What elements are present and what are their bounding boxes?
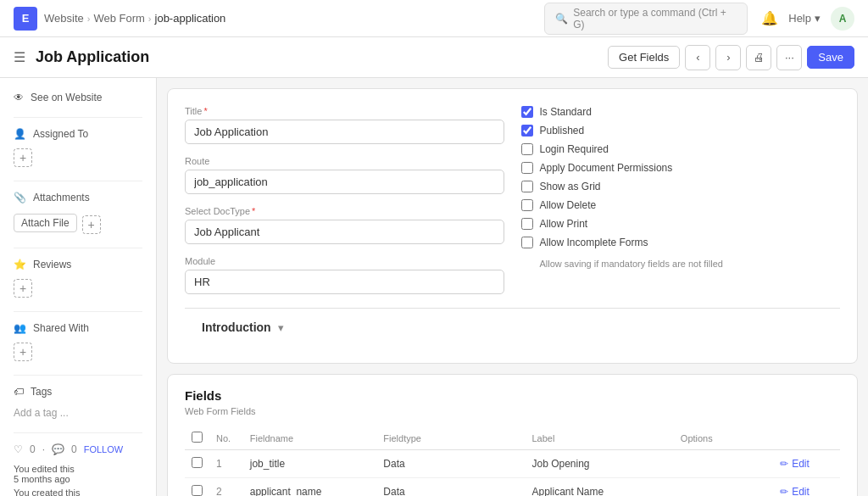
show-as-grid-label: Show as Grid bbox=[540, 181, 601, 192]
login-required-checkbox[interactable] bbox=[521, 143, 533, 155]
add-shared-button[interactable]: + bbox=[14, 343, 32, 361]
col-header-actions bbox=[773, 426, 840, 450]
breadcrumb-website[interactable]: Website bbox=[44, 12, 84, 25]
apply-doc-perms-checkbox[interactable] bbox=[521, 162, 533, 174]
eye-icon: 👁 bbox=[14, 92, 24, 103]
created-meta: You created this 5 years ago bbox=[14, 488, 142, 496]
fields-subtitle: Web Form Fields bbox=[185, 406, 840, 416]
comment-icon[interactable]: 💬 bbox=[52, 443, 64, 455]
search-placeholder: Search or type a command (Ctrl + G) bbox=[573, 7, 737, 31]
checkbox-allow-incomplete: Allow Incomplete Forms bbox=[521, 237, 841, 248]
allow-print-label: Allow Print bbox=[540, 218, 588, 230]
help-label: Help bbox=[788, 12, 811, 25]
show-as-grid-checkbox[interactable] bbox=[521, 181, 533, 192]
checkbox-allow-print: Allow Print bbox=[521, 218, 841, 230]
row2-label: Applicant Name bbox=[525, 478, 673, 497]
title-required: * bbox=[203, 106, 207, 116]
row1-no: 1 bbox=[209, 450, 243, 478]
col-header-options: Options bbox=[674, 426, 773, 450]
doctype-input[interactable] bbox=[185, 220, 504, 244]
published-label: Published bbox=[540, 125, 585, 137]
checkbox-allow-delete: Allow Delete bbox=[521, 199, 841, 211]
comments-count: 0 bbox=[71, 443, 77, 455]
more-button[interactable]: ··· bbox=[776, 45, 802, 70]
col-header-no: No. bbox=[209, 426, 243, 450]
attach-label: Attach File bbox=[21, 217, 70, 229]
page-header: ☰ Job Application Get Fields ‹ › 🖨 ··· S… bbox=[0, 37, 868, 78]
notifications-bell[interactable]: 🔔 bbox=[761, 10, 778, 26]
introduction-section-header[interactable]: Introduction ▾ bbox=[185, 308, 840, 346]
checkbox-apply-doc-perms: Apply Document Permissions bbox=[521, 162, 841, 174]
page-title: Job Application bbox=[36, 48, 149, 66]
sidebar-assigned-to: 👤 Assigned To + bbox=[14, 128, 142, 167]
allow-print-checkbox[interactable] bbox=[521, 218, 533, 230]
add-tag-label[interactable]: Add a tag ... bbox=[14, 407, 69, 419]
sidebar-tags: 🏷 Tags Add a tag ... bbox=[14, 386, 142, 419]
module-input[interactable] bbox=[185, 270, 504, 294]
breadcrumb-current: job-application bbox=[155, 12, 226, 25]
is-standard-checkbox[interactable] bbox=[521, 106, 533, 118]
get-fields-button[interactable]: Get Fields bbox=[608, 46, 680, 69]
main-content: Title* Route Select DocType* M bbox=[157, 78, 868, 496]
add-attachment-button[interactable]: + bbox=[82, 215, 101, 234]
see-on-website-link[interactable]: 👁 See on Website bbox=[14, 92, 142, 103]
attach-file-button[interactable]: Attach File bbox=[14, 214, 77, 232]
row1-fieldtype: Data bbox=[376, 450, 525, 478]
sidebar-toggle[interactable]: ☰ bbox=[14, 49, 25, 65]
allow-incomplete-checkbox[interactable] bbox=[521, 237, 533, 248]
print-button[interactable]: 🖨 bbox=[746, 45, 771, 70]
title-input[interactable] bbox=[185, 120, 504, 144]
add-review-button[interactable]: + bbox=[14, 279, 32, 298]
published-checkbox[interactable] bbox=[521, 125, 533, 137]
see-on-website-label: See on Website bbox=[31, 92, 103, 103]
row2-actions: ✏ Edit bbox=[773, 478, 840, 497]
checkbox-login-required: Login Required bbox=[521, 143, 841, 155]
row1-edit-button[interactable]: ✏ Edit bbox=[780, 458, 810, 470]
add-assignee-button[interactable]: + bbox=[14, 148, 32, 167]
like-section: ♡ 0 · 💬 0 FOLLOW bbox=[14, 443, 142, 455]
breadcrumb: Website › Web Form › job-application bbox=[44, 12, 225, 25]
select-all-checkbox[interactable] bbox=[192, 432, 203, 443]
search-bar[interactable]: 🔍 Search or type a command (Ctrl + G) bbox=[544, 3, 748, 35]
table-row: 1 job_title Data Job Opening ✏ Edit bbox=[185, 450, 840, 478]
help-menu[interactable]: Help ▾ bbox=[788, 12, 821, 25]
shared-with-row: 👥 Shared With bbox=[14, 322, 142, 334]
row2-checkbox[interactable] bbox=[192, 485, 203, 496]
sidebar-divider-3 bbox=[14, 248, 142, 248]
reviews-row: ⭐ Reviews bbox=[14, 259, 142, 270]
user-avatar[interactable]: A bbox=[831, 7, 854, 31]
row1-options bbox=[674, 450, 773, 478]
sidebar-divider-4 bbox=[14, 311, 142, 312]
assigned-to-row: 👤 Assigned To bbox=[14, 128, 142, 140]
follow-button[interactable]: FOLLOW bbox=[84, 444, 123, 454]
prev-button[interactable]: ‹ bbox=[685, 45, 710, 70]
col-header-label: Label bbox=[525, 426, 673, 450]
route-input[interactable] bbox=[185, 170, 504, 194]
login-required-label: Login Required bbox=[540, 143, 609, 155]
row1-edit-label: Edit bbox=[792, 458, 810, 470]
allow-saving-note: Allow saving if mandatory fields are not… bbox=[521, 259, 841, 269]
row2-no: 2 bbox=[209, 478, 243, 497]
share-icon: 👥 bbox=[14, 322, 26, 334]
breadcrumb-webform[interactable]: Web Form bbox=[93, 12, 144, 25]
save-button[interactable]: Save bbox=[807, 46, 854, 69]
row2-edit-label: Edit bbox=[792, 486, 810, 496]
row1-checkbox[interactable] bbox=[192, 457, 203, 468]
fields-table-body: 1 job_title Data Job Opening ✏ Edit bbox=[185, 450, 840, 497]
top-nav: E Website › Web Form › job-application 🔍… bbox=[0, 0, 868, 37]
search-icon: 🔍 bbox=[555, 13, 568, 25]
allow-delete-checkbox[interactable] bbox=[521, 199, 533, 211]
app-logo: E bbox=[14, 7, 37, 31]
checkbox-show-as-grid: Show as Grid bbox=[521, 181, 841, 192]
next-button[interactable]: › bbox=[715, 45, 741, 70]
fields-card: Fields Web Form Fields No. Fieldname Fie… bbox=[167, 374, 858, 496]
col-header-fieldtype: Fieldtype bbox=[376, 426, 525, 450]
row2-edit-button[interactable]: ✏ Edit bbox=[780, 486, 810, 496]
heart-icon[interactable]: ♡ bbox=[14, 443, 23, 455]
layout: 👁 See on Website 👤 Assigned To + 📎 Attac… bbox=[0, 78, 868, 496]
edit-icon: ✏ bbox=[780, 486, 788, 496]
checkbox-published: Published bbox=[521, 125, 841, 137]
paperclip-icon: 📎 bbox=[14, 192, 26, 203]
sidebar-divider-5 bbox=[14, 375, 142, 376]
title-label: Title* bbox=[185, 106, 504, 116]
